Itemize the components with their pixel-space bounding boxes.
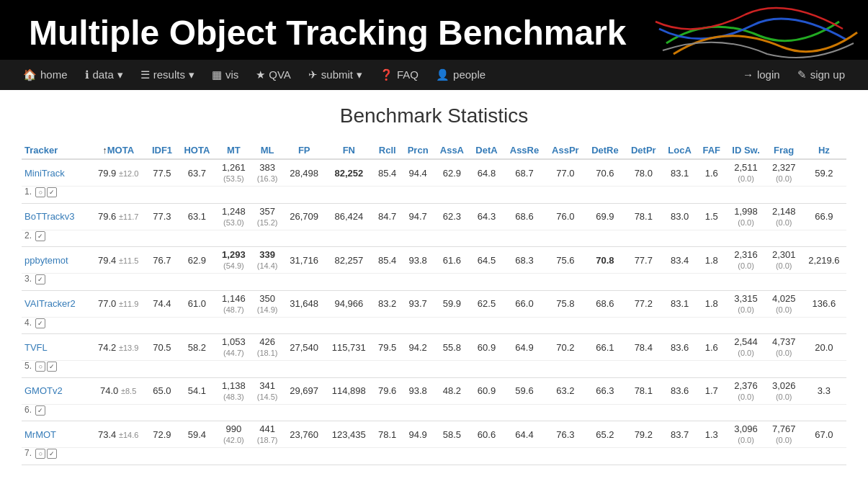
cell-detre: 65.2 xyxy=(585,421,625,448)
cell-faf: 1.7 xyxy=(697,377,725,404)
badge: ✓ xyxy=(35,274,45,284)
cell-hz: 2,219.6 xyxy=(802,247,846,274)
badge: ✓ xyxy=(35,405,45,416)
table-row: VAITracker2 77.0 ±11.974.461.01,146(48.7… xyxy=(22,290,846,317)
cell-asspr: 76.0 xyxy=(545,203,585,230)
cell-assa: 48.2 xyxy=(434,377,470,404)
cell-idf1: 70.5 xyxy=(146,334,178,361)
nav-faq[interactable]: ❓ FAQ xyxy=(371,60,427,90)
cell-deta: 64.8 xyxy=(470,159,503,187)
tracker-link[interactable]: TVFL xyxy=(24,342,48,353)
cell-fp: 23,760 xyxy=(283,421,325,448)
cell-fp: 28,498 xyxy=(283,159,325,187)
benchmark-table: Tracker ↑MOTA IDF1 HOTA MT ML FP FN Rcll… xyxy=(22,142,846,465)
nav-vis[interactable]: ▦ vis xyxy=(203,60,247,90)
rank-row: 3. ✓ xyxy=(22,274,846,288)
col-tracker[interactable]: Tracker xyxy=(22,142,90,159)
cell-hota: 62.9 xyxy=(178,247,216,274)
badge: ✓ xyxy=(47,362,57,372)
faq-icon: ❓ xyxy=(380,60,393,90)
cell-fn: 114,898 xyxy=(325,377,373,404)
col-mota[interactable]: ↑MOTA xyxy=(90,142,146,159)
cell-assa: 61.6 xyxy=(434,247,470,274)
rank-spacer xyxy=(90,317,846,331)
cell-rcll: 78.1 xyxy=(373,421,402,448)
header-title: Multiple Object Tracking Benchmark xyxy=(29,13,839,53)
cell-mt: 1,138(48.3) xyxy=(216,377,251,404)
col-hota[interactable]: HOTA xyxy=(178,142,216,159)
nav-results[interactable]: ☰ results ▾ xyxy=(132,60,203,90)
nav-signup[interactable]: ✎ sign up xyxy=(789,60,854,90)
col-assre[interactable]: AssRe xyxy=(504,142,546,159)
cell-loca: 83.1 xyxy=(662,159,697,187)
col-deta[interactable]: DetA xyxy=(470,142,503,159)
tracker-link[interactable]: MiniTrack xyxy=(24,168,65,179)
cell-rcll: 84.7 xyxy=(373,203,402,230)
cell-mt: 1,146(48.7) xyxy=(216,290,251,317)
badge: ✓ xyxy=(47,187,57,197)
cell-mt: 1,261(53.5) xyxy=(216,159,251,187)
cell-ml: 426(18.1) xyxy=(251,334,283,361)
tracker-link[interactable]: BoTTrackv3 xyxy=(24,211,75,222)
cell-detpr: 78.4 xyxy=(625,334,663,361)
cell-rcll: 85.4 xyxy=(373,247,402,274)
col-rcll[interactable]: Rcll xyxy=(373,142,402,159)
cell-fn: 82,252 xyxy=(325,159,373,187)
col-idf1[interactable]: IDF1 xyxy=(146,142,178,159)
col-mt[interactable]: MT xyxy=(216,142,251,159)
col-fp[interactable]: FP xyxy=(283,142,325,159)
table-row: MiniTrack 79.9 ±12.077.563.71,261(53.5)3… xyxy=(22,159,846,187)
col-prcn[interactable]: Prcn xyxy=(402,142,434,159)
home-icon: 🏠 xyxy=(23,60,37,90)
nav-people[interactable]: 👤 people xyxy=(427,60,494,90)
col-idsw[interactable]: ID Sw. xyxy=(725,142,766,159)
cell-asspr: 75.8 xyxy=(545,290,585,317)
tracker-link[interactable]: VAITracker2 xyxy=(24,298,76,309)
table-row: BoTTrackv3 79.6 ±11.777.363.11,248(53.0)… xyxy=(22,203,846,230)
nav-submit[interactable]: ✈ submit ▾ xyxy=(300,60,371,90)
cell-tracker: MrMOT xyxy=(22,421,90,448)
cell-hz: 3.3 xyxy=(802,377,846,404)
tracker-link[interactable]: GMOTv2 xyxy=(24,385,63,396)
cell-mota: 77.0 ±11.9 xyxy=(90,290,146,317)
col-detpr[interactable]: DetPr xyxy=(625,142,663,159)
col-assa[interactable]: AssA xyxy=(434,142,470,159)
tracker-link[interactable]: ppbytemot xyxy=(24,255,68,266)
col-faf[interactable]: FAF xyxy=(697,142,725,159)
nav-qva[interactable]: ★ QVA xyxy=(247,60,300,90)
cell-prcn: 93.8 xyxy=(402,377,434,404)
cell-tracker: BoTTrackv3 xyxy=(22,203,90,230)
cell-tracker: MiniTrack xyxy=(22,159,90,187)
cell-detpr: 77.7 xyxy=(625,247,663,274)
rank-spacer xyxy=(90,187,846,201)
cell-frag: 4,737(0.0) xyxy=(766,334,802,361)
cell-detre: 66.3 xyxy=(585,377,625,404)
cell-asspr: 75.6 xyxy=(545,247,585,274)
col-detre[interactable]: DetRe xyxy=(585,142,625,159)
table-row: MrMOT 73.4 ±14.672.959.4990(42.0)441(18.… xyxy=(22,421,846,448)
cell-idsw: 3,315(0.0) xyxy=(725,290,766,317)
cell-ml: 341(14.5) xyxy=(251,377,283,404)
cell-faf: 1.8 xyxy=(697,290,725,317)
col-loca[interactable]: LocA xyxy=(662,142,697,159)
col-hz[interactable]: Hz xyxy=(802,142,846,159)
nav-login[interactable]: → login xyxy=(734,60,789,90)
col-fn[interactable]: FN xyxy=(325,142,373,159)
col-asspr[interactable]: AssPr xyxy=(545,142,585,159)
nav-data[interactable]: ℹ data ▾ xyxy=(76,60,132,90)
cell-tracker: VAITracker2 xyxy=(22,290,90,317)
cell-loca: 83.6 xyxy=(662,377,697,404)
tracker-link[interactable]: MrMOT xyxy=(24,429,56,440)
cell-idsw: 1,998(0.0) xyxy=(725,203,766,230)
cell-assre: 64.4 xyxy=(504,421,546,448)
cell-fn: 94,966 xyxy=(325,290,373,317)
col-frag[interactable]: Frag xyxy=(766,142,802,159)
cell-detre: 66.1 xyxy=(585,334,625,361)
star-icon: ★ xyxy=(256,60,265,90)
col-ml[interactable]: ML xyxy=(251,142,283,159)
cell-ml: 441(18.7) xyxy=(251,421,283,448)
cell-fn: 123,435 xyxy=(325,421,373,448)
cell-loca: 83.7 xyxy=(662,421,697,448)
nav-home[interactable]: 🏠 home xyxy=(14,60,76,90)
rank-cell: 6. ✓ xyxy=(22,404,90,418)
